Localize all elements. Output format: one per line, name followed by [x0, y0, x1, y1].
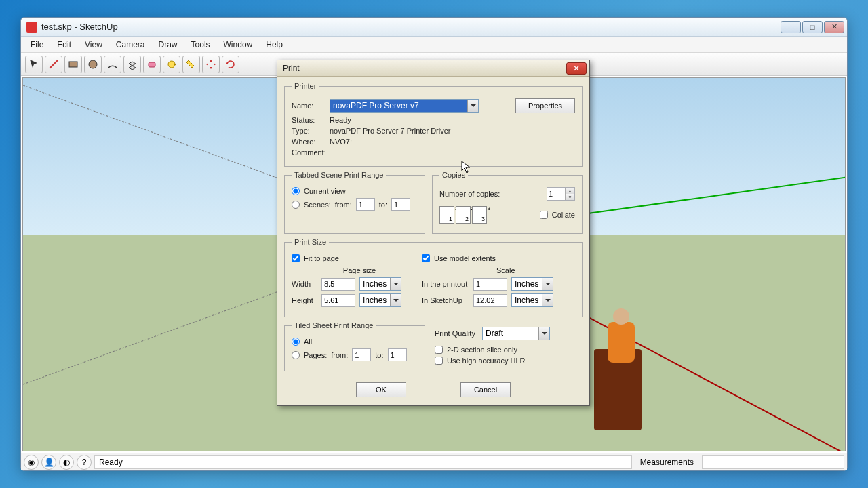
tool-rotate[interactable] — [222, 56, 239, 73]
width-unit-dropdown[interactable]: Inches — [359, 277, 401, 291]
chevron-down-icon — [538, 327, 549, 340]
where-label: Where: — [292, 138, 326, 146]
tiled-to-label: to: — [375, 351, 383, 359]
menu-edit[interactable]: Edit — [50, 38, 78, 52]
properties-button[interactable]: Properties — [515, 98, 575, 113]
ok-button[interactable]: OK — [356, 382, 406, 397]
quality-label: Print Quality — [435, 329, 478, 338]
scenes-from-label: from: — [335, 201, 352, 209]
menu-file[interactable]: File — [24, 38, 50, 52]
height-input[interactable] — [321, 294, 355, 307]
chevron-down-icon — [542, 278, 553, 290]
tiled-from-label: from: — [331, 351, 348, 359]
printer-name-dropdown[interactable]: novaPDF Pro Server v7 — [330, 99, 479, 113]
tiled-pages-radio[interactable] — [292, 351, 300, 359]
copies-spinner[interactable]: ▲▼ — [547, 187, 575, 201]
scenes-to-input[interactable] — [391, 198, 410, 211]
page-icon: 33 — [472, 206, 487, 224]
scale-heading: Scale — [496, 266, 515, 274]
printer-name-value: novaPDF Pro Server v7 — [333, 101, 419, 110]
page-icon: 22 — [456, 206, 471, 224]
scene-range-legend: Tabbed Scene Print Range — [292, 171, 386, 179]
printout-unit-dropdown[interactable]: Inches — [511, 277, 553, 291]
spin-up-icon[interactable]: ▲ — [565, 188, 574, 194]
tool-circle[interactable] — [84, 56, 102, 73]
fit-to-page-checkbox[interactable] — [292, 254, 300, 262]
scenes-radio[interactable] — [292, 201, 300, 209]
statusbar: ◉ 👤 ◐ ? Ready Measurements — [21, 453, 847, 470]
window-controls: — □ ✕ — [781, 21, 844, 33]
copies-legend: Copies — [439, 171, 468, 179]
tool-paint[interactable] — [182, 56, 200, 73]
sketchup-input[interactable] — [473, 294, 507, 307]
tool-eraser[interactable] — [143, 56, 161, 73]
chevron-down-icon — [467, 100, 478, 112]
quality-dropdown[interactable]: Draft — [482, 327, 550, 340]
status-icon-3[interactable]: ◐ — [59, 455, 74, 470]
maximize-button[interactable]: □ — [802, 21, 823, 33]
dialog-titlebar: Print ✕ — [277, 60, 589, 77]
printer-legend: Printer — [292, 82, 319, 90]
tool-move[interactable] — [202, 56, 220, 73]
copies-group: Copies Number of copies: ▲▼ 11 22 33 — [432, 171, 583, 234]
in-printout-label: In the printout — [422, 280, 469, 288]
menu-camera[interactable]: Camera — [109, 38, 152, 52]
status-icon-1[interactable]: ◉ — [24, 455, 39, 470]
tiled-pages-label: Pages: — [304, 351, 327, 359]
height-unit-dropdown[interactable]: Inches — [359, 293, 401, 307]
measurements-input[interactable] — [702, 455, 844, 469]
print-size-group: Print Size Fit to page Use model extents… — [284, 238, 583, 317]
menubar: File Edit View Camera Draw Tools Window … — [21, 37, 847, 53]
sketchup-unit-dropdown[interactable]: Inches — [511, 293, 553, 307]
page-icon: 11 — [439, 206, 454, 224]
dialog-close-button[interactable]: ✕ — [566, 62, 587, 75]
cancel-button[interactable]: Cancel — [460, 382, 511, 397]
section-slice-checkbox[interactable] — [435, 346, 443, 354]
tool-line[interactable] — [45, 56, 62, 73]
page-size-heading: Page size — [326, 266, 393, 274]
svg-rect-2 — [149, 62, 155, 67]
status-icon-2[interactable]: 👤 — [41, 455, 56, 470]
section-slice-label: 2-D section slice only — [447, 346, 517, 354]
measurements-label: Measurements — [635, 458, 699, 467]
help-icon[interactable]: ? — [77, 455, 92, 470]
spin-down-icon[interactable]: ▼ — [565, 194, 574, 200]
tiled-from-input[interactable] — [352, 348, 371, 361]
chevron-down-icon — [390, 278, 401, 290]
chevron-down-icon — [542, 294, 553, 306]
menu-draw[interactable]: Draw — [152, 38, 184, 52]
copies-input[interactable] — [547, 188, 565, 200]
menu-help[interactable]: Help — [259, 38, 290, 52]
model-extents-label: Use model extents — [434, 254, 496, 262]
tool-rectangle[interactable] — [64, 56, 82, 73]
scene-range-group: Tabbed Scene Print Range Current view Sc… — [284, 171, 425, 234]
menu-view[interactable]: View — [78, 38, 109, 52]
status-label: Status: — [292, 116, 326, 124]
width-input[interactable] — [321, 278, 355, 291]
type-label: Type: — [292, 127, 326, 135]
scenes-from-input[interactable] — [356, 198, 375, 211]
menu-window[interactable]: Window — [217, 38, 260, 52]
tool-tape[interactable] — [163, 56, 180, 73]
close-button[interactable]: ✕ — [824, 21, 844, 33]
collate-checkbox[interactable] — [540, 211, 548, 219]
tool-arc[interactable] — [104, 56, 121, 73]
hlr-checkbox[interactable] — [435, 357, 443, 365]
collate-label: Collate — [552, 211, 575, 219]
minimize-button[interactable]: — — [781, 21, 801, 33]
copies-num-label: Number of copies: — [439, 190, 542, 198]
current-view-radio[interactable] — [292, 187, 300, 195]
tiled-all-radio[interactable] — [292, 338, 300, 346]
name-label: Name: — [292, 102, 326, 110]
tool-select[interactable] — [25, 56, 43, 73]
svg-rect-0 — [69, 62, 77, 67]
tool-pushpull[interactable] — [123, 56, 141, 73]
status-text: Ready — [94, 455, 632, 469]
current-view-label: Current view — [304, 187, 346, 195]
menu-tools[interactable]: Tools — [184, 38, 217, 52]
tiled-to-input[interactable] — [388, 348, 407, 361]
height-label: Height — [292, 296, 317, 304]
model-extents-checkbox[interactable] — [422, 254, 430, 262]
chevron-down-icon — [390, 294, 401, 306]
printout-input[interactable] — [473, 278, 507, 291]
